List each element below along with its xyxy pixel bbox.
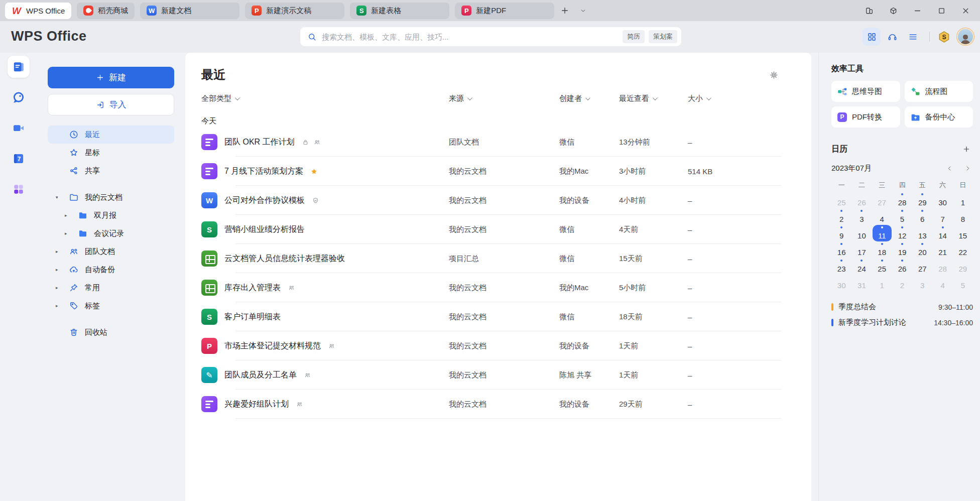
add-event-button[interactable]: [960, 143, 973, 156]
calendar-day[interactable]: 25: [872, 258, 892, 275]
maximize-button[interactable]: [934, 3, 949, 18]
file-row[interactable]: W 公司对外合作协议模板 我的云文档 我的设备 4小时前 –: [201, 186, 781, 215]
calendar-day[interactable]: 5: [953, 275, 973, 291]
sidebar-item[interactable]: 共享: [48, 162, 174, 180]
rail-item-chat[interactable]: [8, 86, 30, 108]
rail-item-meeting[interactable]: [8, 117, 30, 139]
calendar-day[interactable]: 21: [932, 241, 952, 258]
calendar-day[interactable]: 1: [953, 192, 973, 208]
sidebar-item[interactable]: ▸ 双月报: [48, 206, 174, 224]
workspace-button[interactable]: [886, 3, 901, 18]
calendar-day[interactable]: 24: [851, 258, 872, 275]
apps-grid-button[interactable]: [863, 28, 881, 46]
file-row[interactable]: 7 月线下活动策划方案 我的云文档 我的Mac 3小时前 514 KB: [201, 157, 781, 186]
sidebar-item[interactable]: ▸ 自动备份: [48, 261, 174, 279]
app-tab[interactable]: 稻壳商城: [77, 3, 135, 19]
calendar-day[interactable]: 27: [872, 192, 892, 208]
support-button[interactable]: [883, 28, 901, 46]
user-avatar[interactable]: [958, 29, 973, 44]
calendar-event[interactable]: 季度总结会 9:30–11:00: [831, 299, 973, 315]
app-tab[interactable]: W WPS Office: [5, 3, 71, 19]
calendar-day[interactable]: 4: [932, 275, 952, 291]
calendar-day[interactable]: 1: [872, 275, 892, 291]
tool-flowchart[interactable]: 流程图: [905, 81, 973, 102]
filter-creator[interactable]: 创建者: [559, 94, 619, 103]
calendar-day[interactable]: 5: [892, 208, 912, 225]
filter-viewed[interactable]: 最近查看: [619, 94, 688, 103]
rail-item-docs[interactable]: [8, 56, 30, 78]
filter-source[interactable]: 来源: [449, 94, 559, 103]
calendar-day[interactable]: 22: [953, 241, 973, 258]
calendar-day[interactable]: 30: [932, 192, 952, 208]
calendar-day[interactable]: 12: [892, 225, 912, 241]
calendar-day[interactable]: 19: [892, 241, 912, 258]
calendar-day[interactable]: 14: [932, 225, 952, 241]
file-row[interactable]: S 营销小组业绩分析报告 我的云文档 微信 4天前 –: [201, 215, 781, 244]
file-row[interactable]: S 客户订单明细表 我的云文档 微信 18天前 –: [201, 302, 781, 331]
filter-name[interactable]: 全部类型: [201, 94, 449, 103]
tool-pdfconvert[interactable]: P PDF转换: [831, 106, 900, 128]
minimize-button[interactable]: [910, 3, 925, 18]
calendar-day[interactable]: 29: [953, 258, 973, 275]
close-button[interactable]: [958, 3, 973, 18]
calendar-day[interactable]: 7: [932, 208, 952, 225]
device-sync-button[interactable]: [862, 3, 877, 18]
file-row[interactable]: P 市场主体登记提交材料规范 我的云文档 我的设备 1天前 –: [201, 331, 781, 360]
file-row[interactable]: 团队 OKR 工作计划 团队文档 微信 13分钟前 –: [201, 128, 781, 157]
tab-list-button[interactable]: [575, 3, 590, 18]
sidebar-item[interactable]: ▸ 会议记录: [48, 224, 174, 242]
calendar-day[interactable]: 28: [932, 258, 952, 275]
search-hint-pill[interactable]: 策划案: [649, 30, 677, 43]
calendar-day[interactable]: 20: [912, 241, 932, 258]
calendar-day[interactable]: 9: [831, 225, 851, 241]
calendar-day[interactable]: 26: [892, 258, 912, 275]
sidebar-item[interactable]: ▸ 团队文档: [48, 242, 174, 261]
app-tab[interactable]: S 新建表格: [350, 3, 449, 19]
file-row[interactable]: 兴趣爱好组队计划 我的云文档 我的设备 29天前 –: [201, 390, 781, 419]
calendar-day[interactable]: 27: [912, 258, 932, 275]
calendar-day[interactable]: 15: [953, 225, 973, 241]
app-tab[interactable]: P 新建演示文稿: [245, 3, 344, 19]
sidebar-item[interactable]: ▸ 标签: [48, 297, 174, 315]
calendar-day[interactable]: 16: [831, 241, 851, 258]
calendar-day[interactable]: 2: [892, 275, 912, 291]
sidebar-item[interactable]: ▸ 常用: [48, 279, 174, 297]
calendar-day[interactable]: 31: [851, 275, 872, 291]
calendar-day[interactable]: 17: [851, 241, 872, 258]
search-input[interactable]: [322, 33, 619, 41]
sidebar-item[interactable]: 最近: [48, 126, 174, 144]
tool-mindmap[interactable]: 思维导图: [831, 81, 900, 102]
tool-backup[interactable]: 备份中心: [905, 106, 973, 128]
calendar-day[interactable]: 3: [912, 275, 932, 291]
sidebar-item[interactable]: 回收站: [48, 323, 174, 341]
calendar-day[interactable]: 13: [912, 225, 932, 241]
calendar-day[interactable]: 18: [872, 241, 892, 258]
calendar-day[interactable]: 28: [892, 192, 912, 208]
file-row[interactable]: ✎ 团队成员及分工名单 我的云文档 陈旭 共享 1天前 –: [201, 360, 781, 390]
calendar-day[interactable]: 10: [851, 225, 872, 241]
calendar-event[interactable]: 新季度学习计划讨论 14:30–16:00: [831, 315, 973, 330]
sidebar-item[interactable]: ▾ 我的云文档: [48, 188, 174, 206]
list-settings-button[interactable]: [766, 67, 781, 82]
calendar-day[interactable]: 11: [872, 225, 892, 241]
rail-item-apps[interactable]: [8, 178, 30, 200]
app-tab[interactable]: W 新建文档: [140, 3, 239, 19]
import-button[interactable]: 导入: [48, 94, 174, 115]
filter-size[interactable]: 大小: [688, 94, 781, 103]
calendar-day[interactable]: 2: [831, 208, 851, 225]
calendar-day[interactable]: 4: [872, 208, 892, 225]
svip-badge[interactable]: S: [937, 30, 951, 44]
new-tab-button[interactable]: [557, 3, 572, 18]
next-month-button[interactable]: [962, 163, 973, 174]
calendar-day[interactable]: 6: [912, 208, 932, 225]
search-hint-pill[interactable]: 简历: [623, 30, 645, 43]
calendar-day[interactable]: 8: [953, 208, 973, 225]
calendar-day[interactable]: 29: [912, 192, 932, 208]
sidebar-item[interactable]: 星标: [48, 144, 174, 162]
rail-item-calendar7[interactable]: 7: [8, 148, 30, 170]
global-menu-button[interactable]: [904, 28, 922, 46]
calendar-day[interactable]: 30: [831, 275, 851, 291]
file-row[interactable]: 库存出入管理表 我的云文档 我的Mac 5小时前 –: [201, 273, 781, 302]
calendar-day[interactable]: 26: [851, 192, 872, 208]
calendar-day[interactable]: 23: [831, 258, 851, 275]
